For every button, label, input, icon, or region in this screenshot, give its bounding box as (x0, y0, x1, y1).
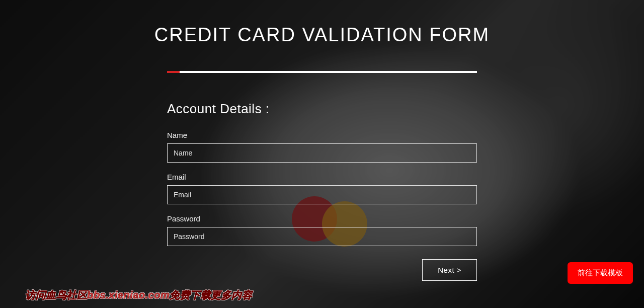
password-input[interactable] (167, 227, 477, 246)
name-input[interactable] (167, 143, 477, 163)
form-container: Account Details : Name Email Password Ne… (167, 71, 477, 281)
progress-bar (167, 71, 477, 73)
download-template-button[interactable]: 前往下载模板 (568, 262, 633, 284)
name-label: Name (167, 131, 477, 139)
field-name: Name (167, 131, 477, 163)
watermark-text: 访问血鸟社区bbs.xieniao.com免费下载更多内容 (25, 288, 252, 302)
page-title: CREDIT CARD VALIDATION FORM (0, 0, 644, 46)
section-heading: Account Details : (167, 101, 477, 117)
field-password: Password (167, 214, 477, 246)
email-label: Email (167, 173, 477, 181)
next-row: Next > (167, 259, 477, 281)
password-label: Password (167, 214, 477, 223)
progress-fill (167, 71, 180, 73)
field-email: Email (167, 173, 477, 204)
next-button[interactable]: Next > (422, 259, 477, 281)
email-input[interactable] (167, 185, 477, 204)
